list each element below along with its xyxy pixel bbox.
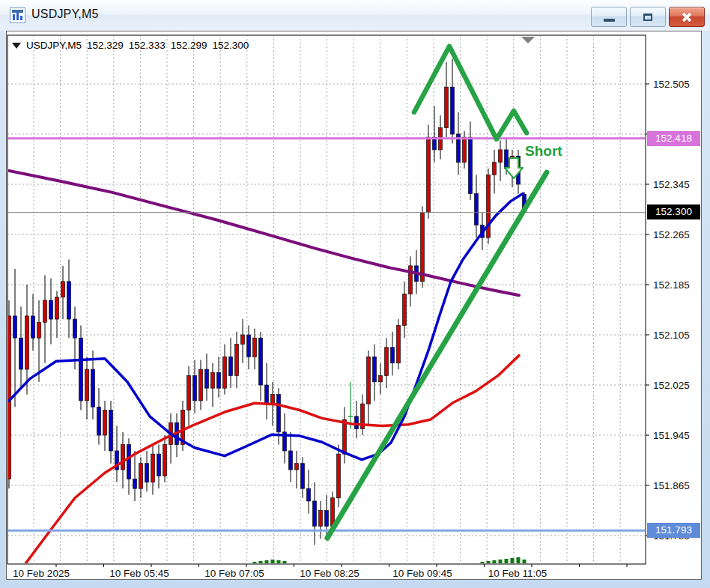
bear-candle [259,338,263,385]
volume-bars [253,557,527,563]
bear-candle [307,488,311,501]
bull-candle [379,375,383,381]
price-chart[interactable]: 152.505152.425152.345152.265152.185152.1… [0,0,710,588]
plot-border [7,35,646,564]
symbol-dropdown-icon[interactable] [12,43,21,49]
chart-shift-marker[interactable] [521,37,535,43]
y-axis-label: 152.105 [653,330,690,341]
ohlc-low: 152.299 [171,40,207,51]
bull-candle [43,300,47,322]
bear-candle [391,348,395,363]
bull-candle [271,395,275,404]
bear-candle [505,150,509,169]
y-axis-label: 151.945 [653,430,690,441]
bull-candle [337,454,341,498]
y-axis-label: 151.865 [653,480,690,491]
bull-candle [211,372,215,388]
bull-candle [61,282,65,297]
bull-candle [385,348,389,376]
bear-candle [265,385,269,404]
bull-candle [151,454,155,482]
trend-drawings[interactable] [327,46,547,539]
bear-candle [109,410,113,451]
bull-candle [163,445,167,476]
bear-candle [277,395,281,432]
bull-candle [367,357,371,404]
bull-candle [121,445,125,470]
y-axis-label: 152.265 [653,229,690,240]
bull-candle [319,511,323,527]
bull-candle [37,322,41,338]
plot-region[interactable] [7,35,646,566]
ohlc-open: 152.329 [87,40,124,51]
bull-candle [463,137,467,163]
bear-candle [217,372,221,388]
bear-candle [133,479,137,489]
bull-candle [85,369,89,401]
short-annotation-text[interactable]: Short [525,143,562,160]
x-axis-label: 10 Feb 07:05 [204,568,264,579]
bear-candle [157,454,161,476]
bear-candle [373,357,377,382]
candles [7,59,527,545]
bull-candle [421,213,425,282]
bear-candle [67,282,71,319]
bid-price-badge: 152.300 [647,204,700,219]
x-axis-label: 10 Feb 11:05 [488,568,547,579]
bear-candle [229,357,233,375]
bull-candle [445,87,449,127]
bear-candle [469,137,473,193]
resistance-price-badge: 152.418 [647,131,700,146]
ohlc-symbol: USDJPY,M5 [26,40,82,51]
y-axis-label: 152.505 [653,79,690,90]
bear-candle [451,87,455,134]
bear-candle [193,375,197,401]
bear-candle [19,338,23,369]
x-axis-label: 10 Feb 05:45 [109,568,169,579]
bear-candle [31,316,35,338]
bull-candle [295,464,299,470]
bull-candle [241,335,245,345]
bull-candle [397,325,401,363]
bear-candle [247,335,251,357]
bull-candle [55,297,59,319]
y-axis-label: 152.345 [653,179,690,190]
bull-candle [343,419,347,454]
bull-candle [235,345,239,376]
bear-candle [79,338,83,401]
ma-red-medium [24,356,519,566]
uptrend-line [327,172,547,538]
bull-candle [103,410,107,436]
bear-candle [91,369,95,407]
ma-purple-slow [7,171,519,296]
bull-candle [499,150,503,163]
bear-candle [205,369,209,388]
bear-candle [313,501,317,527]
bear-candle [475,194,479,225]
bull-candle [223,357,227,388]
bear-candle [145,464,149,482]
y-axis-label: 152.185 [653,279,690,291]
x-axis-label: 10 Feb 2025 [13,568,70,579]
bull-candle [331,498,335,527]
bull-candle [493,163,497,175]
x-axis-label: 10 Feb 09:45 [392,568,452,579]
support-price-badge: 151.793 [647,523,700,538]
bear-candle [355,416,359,429]
grid [7,35,646,564]
bull-candle [409,266,413,294]
x-axis-label: 10 Feb 08:25 [300,568,359,579]
moving-averages [7,171,523,566]
bull-candle [427,137,431,213]
bear-candle [97,407,101,435]
ohlc-bar: USDJPY,M5 152.329 152.333 152.299 152.30… [12,40,249,51]
bull-candle [253,338,257,357]
bear-candle [289,451,293,470]
time-axis: 10 Feb 202510 Feb 05:4510 Feb 07:0510 Fe… [13,564,627,579]
price-axis: 152.505152.425152.345152.265152.185152.1… [646,79,690,542]
bear-candle [49,300,53,319]
bull-candle [25,316,29,369]
bear-candle [325,511,329,527]
bull-candle [139,464,143,489]
bull-candle [199,369,203,401]
